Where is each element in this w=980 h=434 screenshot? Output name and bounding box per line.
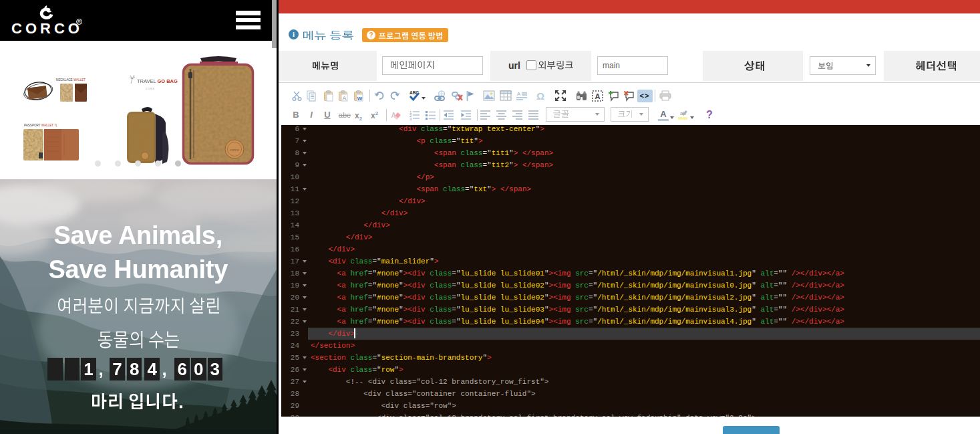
svg-text:corco: corco [230,148,238,152]
svg-text:NECKLACE WALLET: NECKLACE WALLET [56,78,86,82]
svg-text:A: A [595,92,600,100]
svg-text:TRAVEL GO BAG: TRAVEL GO BAG [137,78,178,84]
svg-text:A: A [517,91,521,97]
svg-text:A: A [342,94,346,101]
svg-text:W: W [357,95,362,101]
svg-text:3: 3 [410,117,412,120]
svg-text:PASSPORT WALLET 7(: PASSPORT WALLET 7( [24,124,57,127]
svg-text:CORK: CORK [146,88,155,90]
